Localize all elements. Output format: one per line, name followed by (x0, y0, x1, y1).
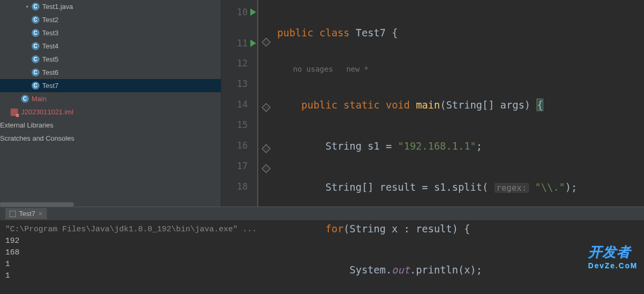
java-class-icon: C (31, 28, 40, 38)
java-class-icon: C (31, 15, 40, 25)
java-class-icon: C (32, 68, 40, 76)
code-area[interactable]: public class Test7 { no usages new * pub… (272, 0, 644, 207)
java-class-icon: C (31, 42, 40, 51)
external-libraries[interactable]: External Libraries (0, 119, 221, 132)
java-class-icon: C (31, 2, 40, 12)
tree-item-label: Test4 (42, 42, 58, 50)
java-class-icon: C (32, 29, 40, 37)
tree-item-test3[interactable]: CTest3 (0, 26, 221, 40)
line-number[interactable]: 16 (221, 135, 248, 156)
tree-item-label: Test5 (42, 55, 58, 63)
java-class-icon: C (20, 94, 30, 104)
line-number[interactable]: 17 (221, 156, 248, 177)
java-class-icon: C (31, 55, 40, 64)
run-gutter-icon[interactable] (250, 8, 256, 16)
project-sidebar[interactable]: ▾CTest1.javaCTest2CTest3CTest4CTest5CTes… (0, 0, 221, 207)
tree-item-test6[interactable]: CTest6 (0, 66, 221, 79)
java-class-icon: C (32, 3, 40, 11)
tree-item-label: Test2 (42, 16, 58, 24)
console-tab-icon (9, 211, 16, 217)
gutter[interactable]: 10 11 12 13 14 15 16 17 18 (221, 0, 257, 207)
scratches-consoles[interactable]: Scratches and Consoles (0, 132, 221, 145)
tree-item-test5[interactable]: CTest5 (0, 53, 221, 66)
code-line: for(String x : result) { (277, 219, 644, 239)
java-class-icon: C (32, 82, 40, 90)
close-icon[interactable]: × (38, 210, 43, 218)
tree-item-test4[interactable]: CTest4 (0, 40, 221, 53)
line-number[interactable]: 15 (221, 115, 248, 135)
watermark: 开发者 DevZe.CoM (588, 243, 638, 270)
fold-column[interactable] (257, 0, 272, 207)
line-number[interactable]: 12 (221, 53, 248, 74)
code-line: public static void main(String[] args) { (277, 95, 644, 115)
java-class-icon: C (32, 42, 40, 50)
tree-item-label: Test3 (42, 29, 58, 37)
tree-item-label: Test1.java (42, 3, 73, 11)
fold-handle-icon[interactable] (262, 38, 271, 47)
java-class-icon: C (32, 55, 40, 63)
sidebar-scrollbar[interactable] (0, 202, 221, 207)
code-line: String[] result = s1.split( regex: "\\."… (277, 177, 644, 198)
iml-file-icon (9, 107, 19, 117)
fold-handle-icon[interactable] (262, 144, 271, 153)
console-tab[interactable]: Test7 × (5, 208, 47, 219)
tree-item-j2023011021-iml[interactable]: J2023011021.iml (0, 105, 221, 119)
tree-item-test7[interactable]: CTest7 (0, 79, 221, 92)
usages-hint: no usages new * (293, 64, 644, 74)
console-tab-label: Test7 (19, 210, 35, 218)
run-gutter-icon[interactable] (250, 40, 256, 47)
tree-item-test1-java[interactable]: ▾CTest1.java (0, 0, 221, 13)
java-class-icon: C (21, 95, 29, 103)
java-class-icon: C (31, 68, 40, 77)
tree-item-label: Test6 (42, 68, 58, 76)
code-line: public class Test7 { (277, 23, 644, 43)
java-class-icon: C (31, 81, 40, 91)
tree-item-label: Test7 (42, 82, 58, 90)
line-number[interactable]: 14 (221, 94, 248, 115)
fold-handle-icon[interactable] (262, 103, 271, 112)
line-number[interactable]: 18 (221, 177, 248, 197)
line-number[interactable]: 11 (221, 23, 248, 53)
tree-item-main[interactable]: CMain (0, 92, 221, 105)
iml-file-icon (11, 109, 18, 116)
line-number[interactable]: 13 (221, 74, 248, 94)
code-line: String s1 = "192.168.1.1"; (277, 136, 644, 156)
fold-handle-icon[interactable] (262, 164, 271, 173)
code-editor[interactable]: 10 11 12 13 14 15 16 17 18 public class … (221, 0, 644, 207)
tree-item-label: J2023011021.iml (21, 108, 73, 116)
tree-item-test2[interactable]: CTest2 (0, 13, 221, 26)
line-number[interactable]: 10 (221, 2, 248, 23)
chevron-icon[interactable]: ▾ (23, 4, 31, 9)
java-class-icon: C (32, 16, 40, 24)
tree-item-label: Main (32, 95, 46, 103)
